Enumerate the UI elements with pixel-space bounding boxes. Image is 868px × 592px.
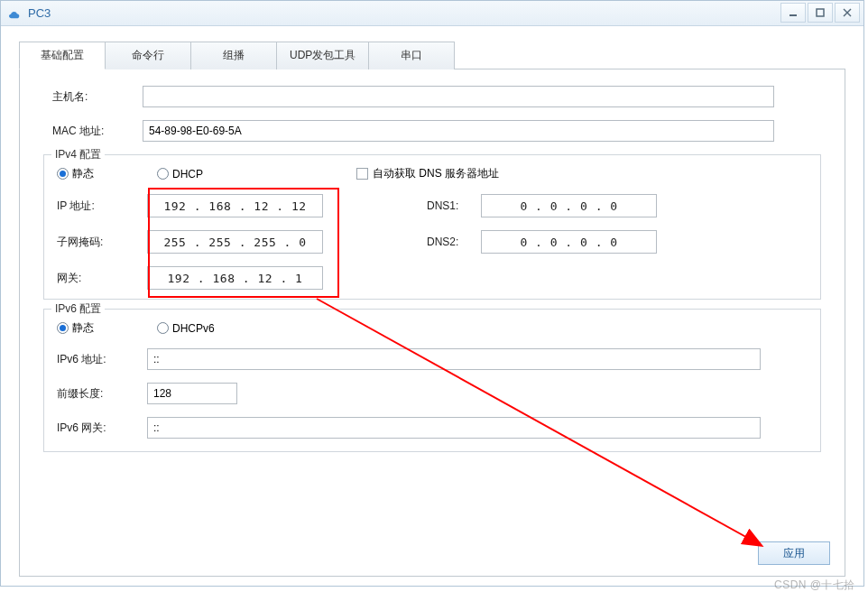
ipv4-dhcp-radio[interactable]: DHCP bbox=[157, 168, 203, 180]
window-title: PC3 bbox=[28, 6, 51, 20]
ipv6-addr-label: IPv6 地址: bbox=[57, 352, 147, 367]
ipv6-gw-label: IPv6 网关: bbox=[57, 421, 147, 436]
ipv6-address-input[interactable] bbox=[147, 348, 761, 370]
gw-label: 网关: bbox=[57, 271, 147, 286]
ipv4-static-radio[interactable]: 静态 bbox=[57, 166, 94, 181]
mac-input[interactable] bbox=[143, 120, 774, 142]
app-icon bbox=[6, 5, 23, 22]
mask-label: 子网掩码: bbox=[57, 235, 147, 250]
app-window: PC3 基础配置 命令行 组播 UDP发包工具 串口 主机名: MAC 地址: bbox=[0, 0, 864, 587]
tab-serial[interactable]: 串口 bbox=[368, 42, 455, 69]
maximize-button[interactable] bbox=[808, 3, 833, 23]
ipv6-legend: IPv6 配置 bbox=[51, 301, 105, 317]
ipv6-static-label: 静态 bbox=[72, 320, 94, 336]
minimize-button[interactable] bbox=[780, 3, 806, 23]
ip-address-input[interactable]: 192 . 168 . 12 . 12 bbox=[147, 194, 323, 217]
tab-udp[interactable]: UDP发包工具 bbox=[276, 42, 369, 69]
tab-panel-basic: 主机名: MAC 地址: IPv4 配置 静态 bbox=[19, 69, 845, 577]
close-button[interactable] bbox=[835, 3, 860, 23]
ipv6-static-radio[interactable]: 静态 bbox=[57, 320, 94, 336]
gateway-input[interactable]: 192 . 168 . 12 . 1 bbox=[147, 266, 323, 290]
auto-dns-label: 自动获取 DNS 服务器地址 bbox=[373, 166, 499, 181]
ipv6-prefix-label: 前缀长度: bbox=[57, 386, 147, 402]
ipv6-dhcpv6-radio[interactable]: DHCPv6 bbox=[157, 322, 215, 335]
ipv4-fieldset: IPv4 配置 静态 DHCP 自动获取 DNS 服务器地址 bbox=[43, 154, 821, 300]
ipv6-prefix-input[interactable] bbox=[147, 383, 237, 404]
dns1-input[interactable]: 0 . 0 . 0 . 0 bbox=[481, 194, 657, 217]
ipv6-dhcpv6-label: DHCPv6 bbox=[172, 322, 215, 335]
tab-cmd[interactable]: 命令行 bbox=[105, 42, 191, 69]
ipv4-static-label: 静态 bbox=[72, 166, 94, 181]
svg-rect-1 bbox=[817, 9, 824, 16]
content-area: 基础配置 命令行 组播 UDP发包工具 串口 主机名: MAC 地址: IPv4… bbox=[1, 26, 863, 589]
ip-label: IP 地址: bbox=[57, 199, 147, 214]
hostname-input[interactable] bbox=[143, 86, 774, 107]
tab-basic[interactable]: 基础配置 bbox=[19, 42, 106, 69]
tab-multicast[interactable]: 组播 bbox=[190, 42, 277, 69]
auto-dns-checkbox[interactable]: 自动获取 DNS 服务器地址 bbox=[356, 166, 499, 181]
subnet-mask-input[interactable]: 255 . 255 . 255 . 0 bbox=[147, 230, 323, 254]
hostname-label: 主机名: bbox=[52, 89, 143, 105]
apply-button-label: 应用 bbox=[783, 546, 805, 561]
mac-label: MAC 地址: bbox=[52, 124, 143, 139]
ipv6-gateway-input[interactable] bbox=[147, 417, 761, 439]
window-controls bbox=[780, 3, 860, 23]
ipv4-dhcp-label: DHCP bbox=[172, 168, 203, 180]
titlebar: PC3 bbox=[1, 1, 863, 26]
svg-rect-0 bbox=[790, 14, 797, 16]
apply-button[interactable]: 应用 bbox=[758, 541, 830, 565]
dns2-input[interactable]: 0 . 0 . 0 . 0 bbox=[481, 230, 657, 254]
ipv6-fieldset: IPv6 配置 静态 DHCPv6 IPv6 地址: 前 bbox=[43, 309, 821, 452]
tab-bar: 基础配置 命令行 组播 UDP发包工具 串口 bbox=[19, 41, 845, 69]
ipv4-legend: IPv4 配置 bbox=[51, 147, 105, 162]
